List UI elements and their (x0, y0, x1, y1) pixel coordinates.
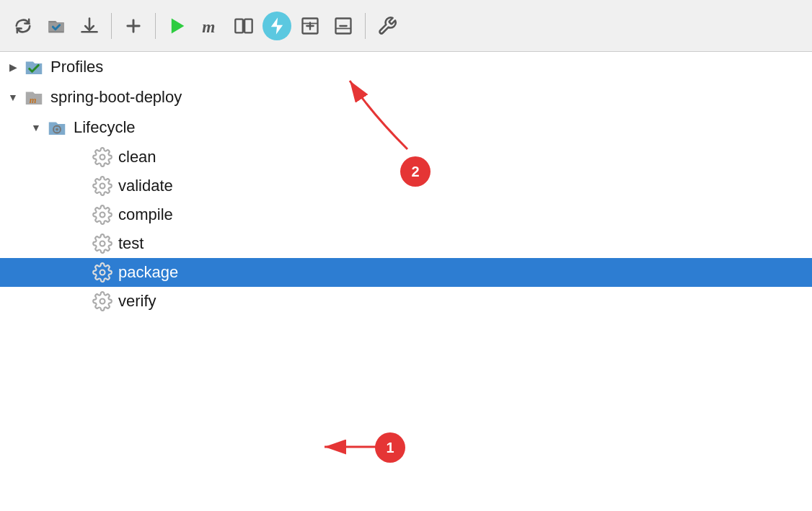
tree-item-spring-boot-deploy[interactable]: ▼ m spring-boot-deploy (0, 82, 812, 112)
separator-3 (365, 13, 366, 39)
profiles-folder-icon (23, 56, 45, 78)
tree-item-test[interactable]: test (0, 229, 812, 258)
maven-tree-panel: ▶ Profiles ▼ m spring-boot-deploy ▼ (0, 52, 812, 316)
svg-rect-2 (235, 19, 243, 32)
svg-point-17 (100, 241, 105, 246)
svg-text:m: m (30, 95, 37, 105)
reload-button[interactable] (9, 12, 37, 40)
gear-icon-verify (92, 291, 112, 311)
package-label: package (118, 263, 178, 282)
download-button[interactable] (75, 12, 104, 40)
svg-rect-3 (244, 19, 252, 32)
validate-label: validate (118, 177, 173, 195)
tree-item-package[interactable]: package (0, 258, 812, 287)
run-button[interactable] (163, 12, 192, 40)
compile-label: compile (118, 205, 173, 224)
svg-point-19 (100, 299, 105, 304)
svg-point-9 (56, 128, 58, 131)
svg-point-15 (100, 184, 105, 189)
tree-item-lifecycle[interactable]: ▼ Lifecycle (0, 112, 812, 143)
tree-item-compile[interactable]: compile (0, 200, 812, 229)
gear-icon-package (92, 262, 112, 283)
tree-item-clean[interactable]: clean (0, 143, 812, 172)
gear-icon-test (92, 234, 112, 254)
verify-label: verify (118, 292, 156, 311)
lifecycle-label: Lifecycle (74, 118, 136, 137)
maven-button[interactable]: m (196, 12, 225, 40)
svg-point-18 (100, 270, 105, 275)
profiles-label: Profiles (50, 58, 103, 76)
svg-point-14 (100, 155, 105, 160)
tree-item-validate[interactable]: validate (0, 172, 812, 200)
tree-item-verify[interactable]: verify (0, 287, 812, 316)
expand-arrow-lifecycle: ▼ (26, 122, 46, 133)
add-button[interactable] (119, 12, 148, 40)
separator-1 (111, 13, 112, 39)
execute-button[interactable] (262, 12, 291, 40)
toolbar: m (0, 0, 812, 52)
annotation-arrow-1 (310, 427, 397, 470)
gear-icon-compile (92, 205, 112, 225)
separator-2 (155, 13, 156, 39)
collapse-button[interactable] (329, 12, 358, 40)
svg-marker-0 (172, 18, 185, 33)
annotation-badge-1: 1 (375, 432, 405, 463)
gear-icon-validate (92, 176, 112, 196)
svg-marker-4 (271, 17, 283, 34)
svg-text:m: m (202, 17, 215, 36)
tree-item-profiles[interactable]: ▶ Profiles (0, 52, 812, 82)
expand-arrow-spring: ▼ (3, 92, 23, 103)
clean-label: clean (118, 148, 156, 166)
toggle-columns-button[interactable] (229, 12, 258, 40)
settings-button[interactable] (373, 12, 402, 40)
lifecycle-folder-icon (46, 117, 68, 138)
maven-project-icon: m (23, 86, 45, 108)
test-label: test (118, 234, 144, 253)
gear-icon-clean (92, 147, 112, 167)
annotation-number-1: 1 (375, 432, 405, 463)
spring-boot-deploy-label: spring-boot-deploy (50, 88, 182, 107)
svg-point-16 (100, 213, 105, 218)
load-maven-button[interactable] (42, 12, 71, 40)
expand-arrow-profiles: ▶ (3, 61, 23, 73)
expand-button[interactable] (296, 12, 325, 40)
